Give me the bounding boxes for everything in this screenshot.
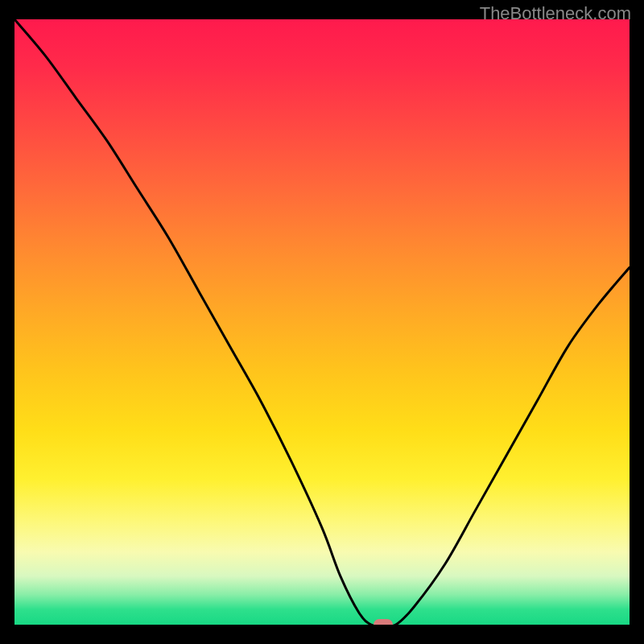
bottleneck-curve xyxy=(14,19,630,625)
chart-plot-area xyxy=(14,19,630,625)
optimal-point-marker xyxy=(374,619,393,625)
watermark-text: TheBottleneck.com xyxy=(480,3,631,24)
